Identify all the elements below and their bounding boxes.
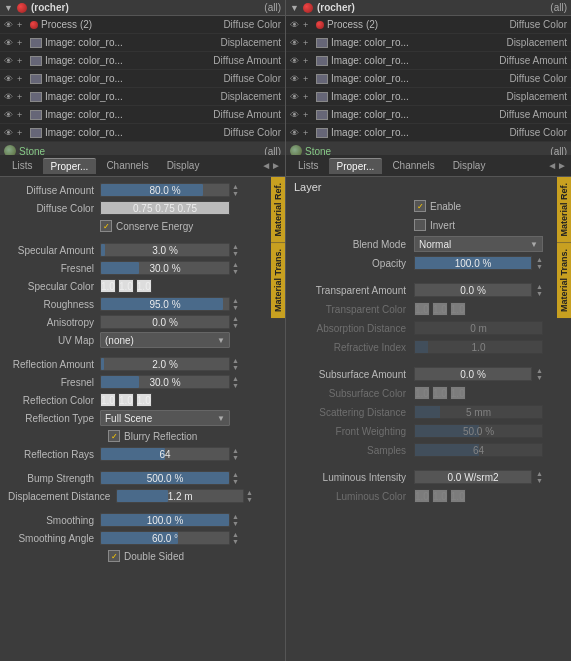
subsurface-amount-input[interactable]: 0.0 % <box>414 367 532 381</box>
specular-amount-arrows[interactable]: ▲▼ <box>232 243 239 257</box>
roughness-arrows[interactable]: ▲▼ <box>232 297 239 311</box>
displacement-distance-arrows[interactable]: ▲▼ <box>246 489 253 503</box>
left-properties-panel: Lists Proper... Channels Display ◄► Diff… <box>0 155 286 661</box>
tab-properties-right[interactable]: Proper... <box>329 158 383 174</box>
eye-icon: 👁 <box>290 110 300 120</box>
specular-fresnel-arrows[interactable]: ▲▼ <box>232 261 239 275</box>
list-item[interactable]: 👁 + Image: color_ro... Displacement <box>0 34 285 52</box>
tab-properties[interactable]: Proper... <box>43 158 97 174</box>
luminous-intensity-arrows[interactable]: ▲▼ <box>536 470 543 484</box>
bump-strength-arrows[interactable]: ▲▼ <box>232 471 239 485</box>
list-item[interactable]: 👁 + Image: color_ro... Displacement <box>0 88 285 106</box>
list-item[interactable]: 👁 + Image: color_ro... Diffuse Color <box>286 124 571 142</box>
tab-lists[interactable]: Lists <box>4 158 41 173</box>
reflection-fresnel-arrows[interactable]: ▲▼ <box>232 375 239 389</box>
reflection-color-input[interactable]: 1.0 1.0 1.0 <box>100 393 152 407</box>
smoothing-angle-arrows[interactable]: ▲▼ <box>232 531 239 545</box>
stone-row[interactable]: Stone (all) <box>286 142 571 155</box>
list-item[interactable]: 👁 + Image: color_ro... Diffuse Amount <box>0 106 285 124</box>
tab-display-right[interactable]: Display <box>445 158 494 173</box>
plus-icon: + <box>303 38 313 48</box>
reflection-amount-arrows[interactable]: ▲▼ <box>232 357 239 371</box>
opacity-input[interactable]: 100.0 % <box>414 256 532 270</box>
roughness-input[interactable]: 95.0 % <box>100 297 230 311</box>
tab-channels-right[interactable]: Channels <box>384 158 442 173</box>
subsurface-amount-arrows[interactable]: ▲▼ <box>536 367 543 381</box>
transparent-amount-label: Transparent Amount <box>290 285 410 296</box>
right-content-area: Layer Enable Invert Blend Mode <box>286 177 557 661</box>
bump-strength-input[interactable]: 500.0 % <box>100 471 230 485</box>
tab-lists-right[interactable]: Lists <box>290 158 327 173</box>
diffuse-amount-input[interactable]: 80.0 % <box>100 183 230 197</box>
blend-mode-dropdown[interactable]: Normal ▼ <box>414 236 543 252</box>
row-name: Image: color_ro... <box>45 109 210 120</box>
reflection-fresnel-input[interactable]: 30.0 % <box>100 375 230 389</box>
enable-checkbox[interactable] <box>414 200 426 212</box>
luminous-color-row: Luminous Color 1.0 1.0 1.0 <box>290 487 543 505</box>
list-item[interactable]: 👁 + Image: color_ro... Displacement <box>286 88 571 106</box>
tab-scroll-icon[interactable]: ◄► <box>261 160 281 171</box>
reflection-rays-arrows[interactable]: ▲▼ <box>232 447 239 461</box>
displacement-distance-input[interactable]: 1.2 m <box>116 489 244 503</box>
transparent-color-row: Transparent Color 1.0 1.0 1.0 <box>290 300 543 318</box>
list-item[interactable]: 👁 + Process (2) Diffuse Color <box>0 16 285 34</box>
list-item[interactable]: 👁 + Image: color_ro... Diffuse Color <box>0 70 285 88</box>
eye-icon: 👁 <box>4 128 14 138</box>
list-item[interactable]: 👁 + Image: color_ro... Displacement <box>286 34 571 52</box>
texture-icon <box>316 38 328 48</box>
list-item[interactable]: 👁 + Image: color_ro... Diffuse Color <box>0 124 285 142</box>
blurry-reflection-checkbox[interactable] <box>108 430 120 442</box>
uv-map-dropdown[interactable]: (none) ▼ <box>100 332 230 348</box>
reflection-type-row: Reflection Type Full Scene ▼ <box>0 409 257 427</box>
list-item[interactable]: 👁 + Process (2) Diffuse Color <box>286 16 571 34</box>
list-item[interactable]: 👁 + Image: color_ro... Diffuse Amount <box>286 106 571 124</box>
eye-icon: 👁 <box>290 38 300 48</box>
right-properties-panel: Lists Proper... Channels Display ◄► Laye… <box>286 155 571 661</box>
diffuse-amount-arrows[interactable]: ▲▼ <box>232 183 239 197</box>
tab-display[interactable]: Display <box>159 158 208 173</box>
anisotropy-input[interactable]: 0.0 % <box>100 315 230 329</box>
row-type: Diffuse Amount <box>213 55 281 66</box>
stone-row[interactable]: Stone (all) <box>0 142 285 155</box>
double-sided-checkbox[interactable] <box>108 550 120 562</box>
reflection-rays-input[interactable]: 64 <box>100 447 230 461</box>
reflection-type-dropdown[interactable]: Full Scene ▼ <box>100 410 230 426</box>
conserve-energy-checkbox[interactable] <box>100 220 112 232</box>
list-item[interactable]: 👁 + Image: color_ro... Diffuse Amount <box>286 52 571 70</box>
anisotropy-arrows[interactable]: ▲▼ <box>232 315 239 329</box>
blend-mode-arrow-icon: ▼ <box>530 240 538 249</box>
samples-label: Samples <box>290 445 410 456</box>
reflection-amount-input[interactable]: 2.0 % <box>100 357 230 371</box>
transparent-amount-row: Transparent Amount 0.0 % ▲▼ <box>290 281 543 299</box>
material-ref-tab[interactable]: Material Ref. <box>271 177 285 243</box>
transparent-amount-input[interactable]: 0.0 % <box>414 283 532 297</box>
right-material-trans-tab[interactable]: Material Trans. <box>557 243 571 318</box>
smoothing-angle-input[interactable]: 60.0 ° <box>100 531 230 545</box>
invert-checkbox[interactable] <box>414 219 426 231</box>
diffuse-color-input[interactable]: 0.75 0.75 0.75 <box>100 201 230 215</box>
specular-fresnel-input[interactable]: 30.0 % <box>100 261 230 275</box>
transparent-amount-arrows[interactable]: ▲▼ <box>536 283 543 297</box>
right-material-ref-tab[interactable]: Material Ref. <box>557 177 571 243</box>
tab-scroll-right-icon[interactable]: ◄► <box>547 160 567 171</box>
smoothing-input[interactable]: 100.0 % <box>100 513 230 527</box>
texture-icon <box>30 38 42 48</box>
refractive-index-input: 1.0 <box>414 340 543 354</box>
scattering-distance-row: Scattering Distance 5 mm <box>290 403 543 421</box>
plus-icon: + <box>17 110 27 120</box>
specular-amount-input[interactable]: 3.0 % <box>100 243 230 257</box>
opacity-arrows[interactable]: ▲▼ <box>536 256 543 270</box>
top-section: ▼ (rocher) (all) 👁 + Process (2) Diffuse… <box>0 0 571 155</box>
row-type: Diffuse Amount <box>499 55 567 66</box>
smoothing-label: Smoothing <box>8 515 98 526</box>
list-item[interactable]: 👁 + Image: color_ro... Diffuse Amount <box>0 52 285 70</box>
enable-text: Enable <box>430 201 461 212</box>
list-item[interactable]: 👁 + Image: color_ro... Diffuse Color <box>286 70 571 88</box>
smoothing-arrows[interactable]: ▲▼ <box>232 513 239 527</box>
tab-channels[interactable]: Channels <box>98 158 156 173</box>
specular-color-input[interactable]: 1.0 1.0 1.0 <box>100 279 152 293</box>
dropdown-arrow-icon: ▼ <box>217 336 225 345</box>
material-trans-tab[interactable]: Material Trans. <box>271 243 285 318</box>
luminous-intensity-input[interactable]: 0.0 W/srm2 <box>414 470 532 484</box>
row-type: Diffuse Color <box>223 19 281 30</box>
